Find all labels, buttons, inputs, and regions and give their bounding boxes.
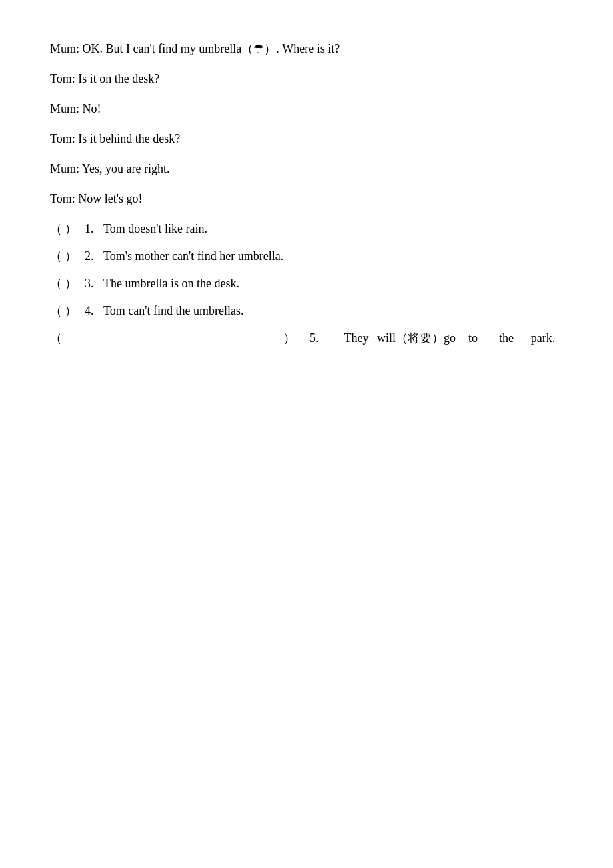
dialogue-line-3: Mum: No! — [50, 100, 563, 118]
dialogue-text-3: Mum: No! — [50, 102, 101, 115]
dialogue-text-1: Mum: OK. But I can't find my umbrella（☂）… — [50, 42, 340, 55]
q4-number: 4. — [85, 302, 103, 320]
question-row-4: （ ） 4. Tom can't find the umbrellas. — [50, 302, 563, 320]
q4-paren-open: （ — [50, 302, 63, 320]
q3-text: The umbrella is on the desk. — [103, 275, 563, 293]
q5-paren-open: （ — [50, 329, 63, 347]
q5-paren-close: ） — [283, 329, 297, 347]
dialogue-line-5: Mum: Yes, you are right. — [50, 160, 563, 178]
question-row-3: （ ） 3. The umbrella is on the desk. — [50, 275, 563, 293]
dialogue-line-2: Tom: Is it on the desk? — [50, 70, 563, 88]
q5-word-will: will（将要）go — [376, 329, 456, 347]
q3-number: 3. — [85, 275, 103, 293]
q1-paren-open: （ — [50, 220, 63, 238]
q5-spacer — [63, 329, 283, 347]
dialogue-text-4: Tom: Is it behind the desk? — [50, 132, 180, 145]
q5-word-park: park. — [523, 329, 563, 347]
q5-number: 5. — [310, 329, 336, 347]
q2-paren-open: （ — [50, 247, 63, 265]
q5-word-they: They — [336, 329, 376, 347]
q2-number: 2. — [85, 247, 103, 265]
dialogue-line-1: Mum: OK. But I can't find my umbrella（☂）… — [50, 40, 563, 58]
dialogue-text-2: Tom: Is it on the desk? — [50, 72, 159, 85]
q5-word-the: the — [490, 329, 523, 347]
q1-text: Tom doesn't like rain. — [103, 220, 563, 238]
q1-paren-close: ） — [63, 220, 77, 238]
q2-text: Tom's mother can't find her umbrella. — [103, 247, 563, 265]
question-row-2: （ ） 2. Tom's mother can't find her umbre… — [50, 247, 563, 265]
dialogue-line-6: Tom: Now let's go! — [50, 190, 563, 208]
dialogue-section: Mum: OK. But I can't find my umbrella（☂）… — [50, 40, 563, 208]
dialogue-text-6: Tom: Now let's go! — [50, 192, 142, 205]
q5-word-to: to — [456, 329, 490, 347]
dialogue-line-4: Tom: Is it behind the desk? — [50, 130, 563, 148]
dialogue-text-5: Mum: Yes, you are right. — [50, 162, 170, 175]
q4-text: Tom can't find the umbrellas. — [103, 302, 563, 320]
q1-number: 1. — [85, 220, 103, 238]
q4-paren-close: ） — [63, 302, 77, 320]
q3-paren-open: （ — [50, 275, 63, 293]
questions-section: （ ） 1. Tom doesn't like rain. （ ） 2. Tom… — [50, 220, 563, 347]
q3-paren-close: ） — [63, 275, 77, 293]
question-row-5: （ ） 5. They will（将要）go to the park. — [50, 329, 563, 347]
q2-paren-close: ） — [63, 247, 77, 265]
question-row-1: （ ） 1. Tom doesn't like rain. — [50, 220, 563, 238]
